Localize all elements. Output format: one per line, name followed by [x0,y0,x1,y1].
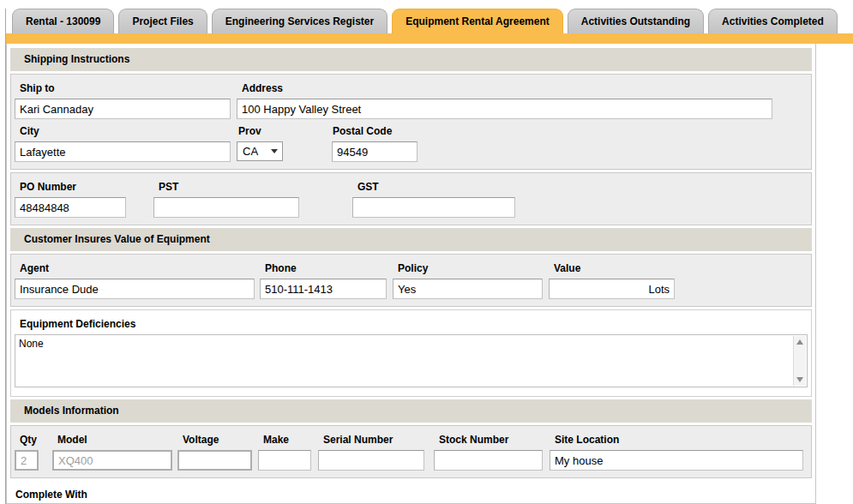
po-number-label: PO Number [15,175,153,197]
policy-label: Policy [393,256,549,279]
complete-with-section: Complete With [9,481,813,504]
page-frame: Rental - 130099 Project Files Engineerin… [5,9,853,504]
arrow-down-icon [796,377,803,382]
model-column-header: Model [52,428,177,450]
prov-select-value: CA [243,145,258,158]
tab-activities-completed[interactable]: Activities Completed [708,9,838,33]
section-header-insurance: Customer Insures Value of Equipment [10,228,812,251]
gst-input[interactable] [352,197,515,218]
section-header-models: Models Information [10,399,812,423]
content-area: Shipping Instructions Ship to Address Ci… [6,44,816,504]
equipment-deficiencies-label: Equipment Deficiencies [15,312,808,334]
phone-label: Phone [260,256,393,279]
accent-bar [6,33,853,44]
pst-input[interactable] [153,197,299,218]
phone-input[interactable] [260,279,387,299]
site-location-column-header: Site Location [550,428,808,450]
city-input[interactable] [15,141,231,162]
serial-number-input[interactable] [318,450,424,471]
tab-bar: Rental - 130099 Project Files Engineerin… [6,9,853,33]
prov-select[interactable]: CA [237,141,283,161]
serial-number-column-header: Serial Number [318,428,434,450]
stock-number-column-header: Stock Number [434,428,550,450]
equipment-deficiencies-textarea[interactable]: None [15,335,792,387]
scroll-down-button[interactable] [795,374,806,386]
address-label: Address [237,76,808,99]
ship-to-label: Ship to [15,76,237,99]
address-input[interactable] [237,99,772,119]
tab-project-files[interactable]: Project Files [118,9,207,33]
agent-label: Agent [15,256,260,279]
voltage-input[interactable] [177,450,252,471]
deficiencies-panel: Equipment Deficiencies None [10,309,812,397]
tab-activities-outstanding[interactable]: Activities Outstanding [568,9,704,33]
tab-rental-130099[interactable]: Rental - 130099 [12,9,114,33]
postal-code-label: Postal Code [333,119,392,141]
models-panel: Qty Model Voltage Make Serial Number Sto… [10,425,812,478]
ship-to-input[interactable] [15,99,231,119]
insurance-panel: Agent Phone Policy Value [10,254,812,307]
value-input[interactable] [549,279,675,299]
po-number-input[interactable] [15,197,126,218]
stock-number-input[interactable] [434,450,543,471]
complete-with-label: Complete With [10,483,812,504]
make-column-header: Make [258,428,318,450]
model-input[interactable] [52,450,172,471]
section-header-shipping: Shipping Instructions [10,48,812,71]
arrow-up-icon [796,339,803,345]
po-panel: PO Number PST GST [10,172,812,225]
shipping-panel: Ship to Address City Prov Postal Code CA [10,74,812,170]
agent-input[interactable] [15,279,255,299]
gst-label: GST [352,175,808,197]
qty-input[interactable] [15,450,39,471]
voltage-column-header: Voltage [177,428,258,450]
tab-engineering-services-register[interactable]: Engineering Services Register [212,9,387,33]
prov-label: Prov [237,119,333,141]
postal-code-input[interactable] [332,141,417,162]
tab-equipment-rental-agreement[interactable]: Equipment Rental Agreement [392,9,563,33]
chevron-down-icon [271,149,278,153]
scroll-up-button[interactable] [795,336,806,348]
site-location-input[interactable] [550,450,803,471]
make-input[interactable] [258,450,311,471]
pst-label: PST [153,175,352,197]
textarea-scrollbar[interactable] [793,336,806,386]
qty-column-header: Qty [15,428,52,450]
city-label: City [15,119,237,141]
policy-input[interactable] [393,279,543,299]
value-label: Value [549,256,808,279]
